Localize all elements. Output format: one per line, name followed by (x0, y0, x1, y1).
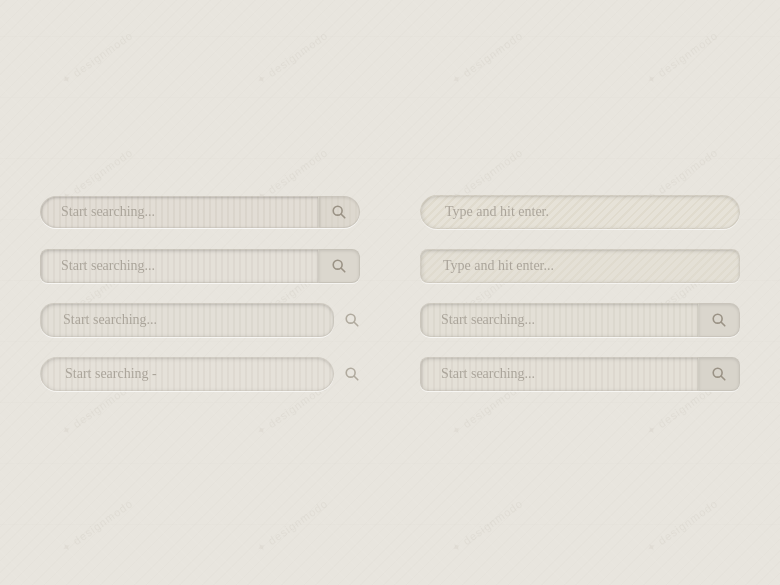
search-input-left-2[interactable] (53, 258, 306, 274)
search-input-left-4[interactable] (57, 366, 317, 382)
search-button-right-4[interactable] (698, 357, 740, 391)
search-bar-right-1 (420, 195, 740, 229)
search-icon (711, 312, 727, 328)
search-input-wrapper (40, 357, 334, 391)
search-input-wrapper (40, 303, 334, 337)
search-bar-right-3 (420, 303, 740, 337)
search-input-right-1[interactable] (437, 204, 723, 220)
search-input-wrapper (420, 303, 698, 337)
svg-line-1 (341, 214, 345, 218)
svg-line-5 (354, 322, 358, 326)
search-bar-left-3 (40, 303, 360, 337)
search-button-left-3[interactable] (344, 312, 360, 328)
search-button-right-3[interactable] (698, 303, 740, 337)
search-input-left-3[interactable] (55, 312, 319, 328)
search-input-wrapper (420, 195, 740, 229)
search-icon (331, 204, 347, 220)
search-button-left-1[interactable] (318, 196, 360, 228)
search-icon (711, 366, 727, 382)
search-input-wrapper (40, 196, 318, 228)
svg-line-9 (354, 376, 358, 380)
svg-line-3 (341, 268, 345, 272)
search-input-right-2[interactable] (435, 258, 725, 274)
search-showcase (0, 0, 780, 585)
search-bar-left-1 (40, 195, 360, 229)
search-bar-left-2 (40, 249, 360, 283)
search-bar-right-2 (420, 249, 740, 283)
search-icon (331, 258, 347, 274)
search-button-left-2[interactable] (318, 249, 360, 283)
search-button-left-4[interactable] (344, 366, 360, 382)
search-bar-left-4 (40, 357, 360, 391)
search-input-wrapper (40, 249, 318, 283)
search-icon (344, 312, 360, 328)
search-input-left-1[interactable] (53, 204, 306, 220)
search-icon (344, 366, 360, 382)
search-input-right-3[interactable] (433, 312, 686, 328)
svg-line-7 (721, 322, 725, 326)
search-bar-right-4 (420, 357, 740, 391)
search-input-right-4[interactable] (433, 366, 686, 382)
search-input-wrapper (420, 249, 740, 283)
search-input-wrapper (420, 357, 698, 391)
svg-line-11 (721, 376, 725, 380)
